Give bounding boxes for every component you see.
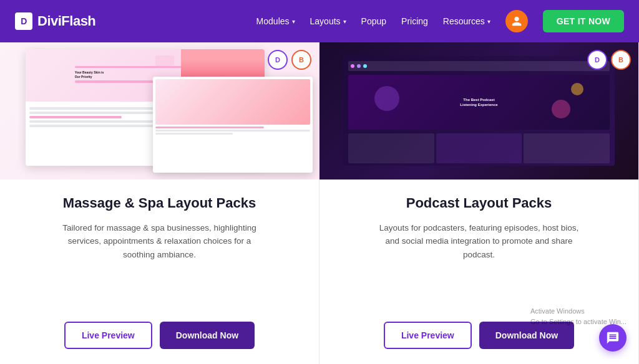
card-podcast-badges: D B: [587, 50, 631, 70]
spa-line-3: [29, 116, 122, 118]
nav-pricing[interactable]: Pricing: [401, 16, 428, 26]
chat-bubble-button[interactable]: [599, 324, 627, 352]
header: D DiviFlash Modules ▾ Layouts ▾ Popup Pr…: [0, 0, 639, 42]
spa-download-button[interactable]: Download Now: [160, 322, 255, 349]
spa-screen-overlay: [153, 77, 313, 173]
get-it-now-button[interactable]: GET IT NOW: [543, 10, 624, 32]
card-image-podcast: The Best PodcastListening Experience D: [320, 42, 638, 180]
podcast-circle-1: [374, 86, 399, 111]
podcast-header-bar: [348, 61, 609, 71]
nav-resources[interactable]: Resources ▾: [443, 16, 490, 26]
podcast-inner: The Best PodcastListening Experience: [343, 56, 614, 166]
podcast-dot-3: [363, 64, 367, 68]
logo-text: DiviFlash: [37, 13, 95, 29]
divi-badge-spa: D: [268, 50, 288, 70]
card-massage-spa: Your Beauty Skin isOur Priority: [0, 42, 320, 364]
podcast-dot-1: [351, 64, 354, 68]
user-avatar[interactable]: [505, 10, 528, 32]
spa-live-preview-button[interactable]: Live Preview: [64, 322, 152, 349]
card-spa-body: Massage & Spa Layout Packs Tailored for …: [0, 180, 319, 364]
spa-overlay-line-1: [155, 127, 263, 128]
podcast-dot-2: [357, 64, 361, 68]
nav-popup[interactable]: Popup: [361, 16, 386, 26]
bricks-badge-podcast: B: [611, 50, 631, 70]
podcast-circle-2: [552, 100, 570, 118]
podcast-hero-section: The Best PodcastListening Experience: [348, 75, 609, 130]
logo[interactable]: D DiviFlash: [15, 12, 95, 30]
podcast-hero-text: The Best PodcastListening Experience: [460, 97, 497, 108]
nav-layouts[interactable]: Layouts ▾: [310, 16, 346, 26]
spa-overlay-line-2: [155, 130, 310, 132]
podcast-grid-2: [436, 133, 522, 163]
layouts-arrow-icon: ▾: [343, 18, 346, 25]
spa-overlay-image: [155, 79, 310, 125]
bricks-badge-spa: B: [291, 50, 311, 70]
podcast-mockup: The Best PodcastListening Experience: [343, 56, 614, 166]
nav-modules[interactable]: Modules ▾: [256, 16, 295, 26]
card-image-spa: Your Beauty Skin isOur Priority: [0, 42, 319, 180]
spa-overlay-line-3: [155, 133, 233, 135]
spa-line-5: [29, 125, 168, 127]
logo-icon: D: [15, 12, 32, 30]
spa-divider: [75, 80, 159, 83]
card-spa-badges: D B: [268, 50, 311, 70]
divi-badge-podcast: D: [587, 50, 607, 70]
nav: Modules ▾ Layouts ▾ Popup Pricing Resour…: [256, 10, 624, 32]
card-spa-title: Massage & Spa Layout Packs: [63, 194, 256, 213]
podcast-live-preview-button[interactable]: Live Preview: [384, 322, 472, 349]
podcast-grid-1: [348, 133, 434, 163]
modules-arrow-icon: ▾: [292, 18, 295, 25]
card-podcast-body: Podcast Layout Packs Layouts for podcast…: [320, 180, 638, 364]
card-spa-actions: Live Preview Download Now: [64, 322, 255, 349]
spa-overlay-card: [153, 77, 313, 173]
podcast-grid: [348, 133, 609, 163]
podcast-star: [571, 83, 583, 95]
resources-arrow-icon: ▾: [487, 18, 490, 25]
card-podcast-title: Podcast Layout Packs: [406, 194, 552, 213]
card-podcast-desc: Layouts for podcasters, featuring episod…: [373, 221, 585, 262]
podcast-grid-3: [524, 133, 609, 163]
spa-line-2: [29, 112, 168, 114]
spa-accent-1: [155, 55, 174, 68]
card-spa-desc: Tailored for massage & spa businesses, h…: [54, 221, 266, 262]
